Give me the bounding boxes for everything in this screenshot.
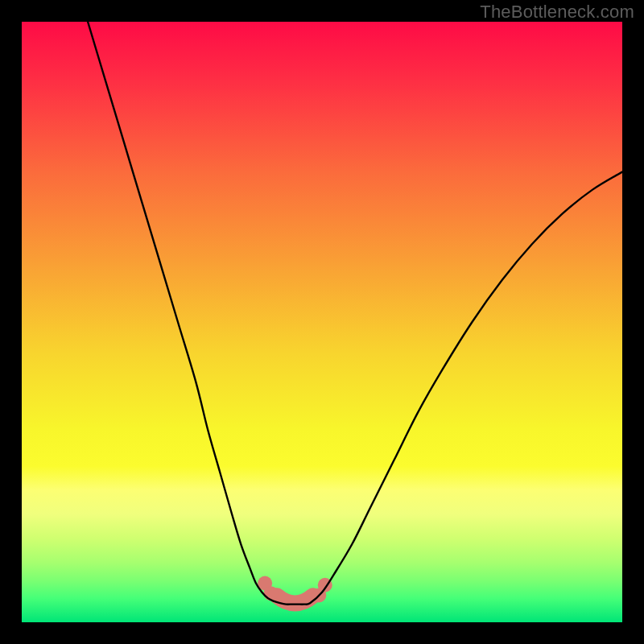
trough-band — [277, 596, 313, 603]
chart-frame: TheBottleneck.com — [0, 0, 644, 644]
trough-marker-1 — [264, 586, 279, 601]
bottleneck-chart — [22, 22, 622, 622]
chart-plot-area — [22, 22, 622, 622]
watermark-label: TheBottleneck.com — [480, 2, 634, 23]
gradient-background — [22, 22, 622, 622]
